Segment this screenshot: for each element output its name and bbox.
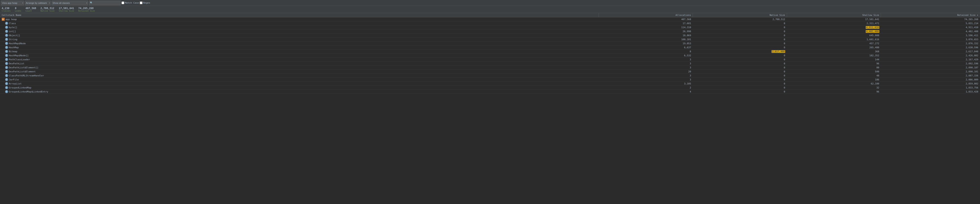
stat-shallow-size: 17,501,641 Shallow Size (59, 7, 74, 12)
table-row[interactable]: CHashMap$Node19,0530457,2722,876,152 (0, 41, 980, 46)
stat-count-label: Count (25, 10, 32, 12)
class-icon: C (5, 70, 8, 73)
col-header-native-size[interactable]: Native Size (693, 13, 787, 17)
row-name: DexPathList (9, 62, 24, 65)
row-allocations: 114,310 (599, 25, 693, 29)
row-native-size: 2,617,480 (693, 49, 787, 54)
class-icon: C (5, 66, 8, 69)
row-shallow-size: 96 (787, 62, 881, 66)
class-icon: C (5, 54, 8, 57)
row-native-size: 0 (693, 21, 787, 25)
table-row[interactable]: CClassPathURLStreamHandler30482,087,156 (0, 74, 980, 77)
stat-count-value: 407,568 (25, 7, 36, 10)
row-allocations: 4 (599, 90, 693, 94)
row-allocations: 19,053 (599, 41, 693, 46)
stat-classes-label: Classes (2, 10, 11, 12)
view-heap-select[interactable]: View app heapView zygote heapView image … (1, 1, 24, 5)
row-name: HashMap$Node[] (9, 54, 29, 57)
row-native-size: 0 (693, 33, 787, 38)
row-shallow-size: 62,100 (787, 82, 881, 86)
row-shallow-size: 4,482,408 (787, 29, 881, 33)
row-allocations: 3 (599, 74, 693, 77)
table-row[interactable]: CString100,10101,601,6163,076,653 (0, 38, 980, 41)
col-header-shallow-size[interactable]: Shallow Size (787, 13, 881, 17)
table-row[interactable]: CClass17,60102,311,4715,031,214 (0, 21, 980, 25)
table-row[interactable]: CHashMap6,6370265,4802,630,596 (0, 46, 980, 49)
table-row[interactable]: CJarFile301862,086,809 (0, 77, 980, 82)
stat-native-size: 2,708,512 Native Size (40, 7, 54, 12)
row-retained-size: 2,092,596 (881, 62, 980, 66)
row-allocations: 3 (599, 77, 693, 82)
row-retained-size: 2,087,156 (881, 74, 980, 77)
col-header-retained-size[interactable]: Retained Size ▾ (881, 13, 980, 17)
row-shallow-size: 32 (787, 86, 881, 90)
table-row[interactable]: Cint[]26,99804,482,4084,482,408 (0, 29, 980, 33)
table-row[interactable]: CDexPathList$Element[]30802,090,187 (0, 66, 980, 70)
stat-retained-size-value: 74,265,268 (78, 7, 94, 10)
row-allocations: 8 (599, 49, 693, 54)
table-row[interactable]: ▶app heap407,5682,708,51217,501,64174,26… (0, 17, 980, 21)
stats-bar: 4,230 Classes 0 Leaks 407,568 Count 2,70… (0, 6, 980, 13)
col-header-allocations[interactable]: Allocations (599, 13, 693, 17)
table-row[interactable]: CGroupedLinkedMap$LinkedEntry40961,833,4… (0, 90, 980, 94)
class-icon: C (5, 58, 8, 61)
table-row[interactable]: CDexPathList30962,092,596 (0, 62, 980, 66)
app-icon: ▶ (2, 18, 5, 21)
row-name: DexPathList$Element (9, 70, 36, 73)
table-row[interactable]: CArrayList3,105062,1002,059,802 (0, 82, 980, 86)
search-input[interactable] (89, 1, 121, 5)
table-row[interactable]: CHashMap$Node[]6,5320182,3522,426,802 (0, 54, 980, 58)
row-shallow-size: 96 (787, 90, 881, 94)
row-name: String (9, 38, 18, 41)
class-icon: C (5, 42, 8, 45)
table-body: ▶app heap407,5682,708,51217,501,64174,26… (0, 17, 980, 94)
row-native-size: 2,708,512 (693, 17, 787, 21)
table-row[interactable]: CGroupedLinkedMap20321,833,756 (0, 86, 980, 90)
stat-classes: 4,230 Classes (2, 7, 11, 12)
search-wrapper: 🔍 (89, 1, 121, 5)
heap-table: Callstack Name Allocations Native Size S… (0, 13, 980, 94)
class-icon: C (5, 30, 8, 33)
table-row[interactable]: CPathClassLoader301442,167,429 (0, 58, 980, 62)
row-native-size: 0 (693, 77, 787, 82)
row-retained-size: 2,090,187 (881, 66, 980, 70)
row-allocations: 3,105 (599, 82, 693, 86)
arrange-by-select[interactable]: Arrange by callstackArrange by classArra… (25, 1, 51, 5)
row-retained-size: 2,426,802 (881, 54, 980, 58)
table-row[interactable]: Cbyte[]114,31004,911,4104,911,410 (0, 25, 980, 29)
stat-count: 407,568 Count (25, 7, 36, 12)
filter-select-wrapper: Show all classesShow activity & fragment… (51, 1, 88, 5)
toolbar: View app heapView zygote heapView image … (0, 0, 980, 6)
row-shallow-size: 80 (787, 66, 881, 70)
row-retained-size: 2,086,809 (881, 77, 980, 82)
regex-label[interactable]: Regex (140, 2, 150, 4)
row-shallow-size: 144 (787, 58, 881, 62)
table-row[interactable]: CObject[]18,8690645,0083,596,411 (0, 33, 980, 38)
match-case-label[interactable]: Match Case (121, 2, 139, 4)
row-allocations: 3 (599, 62, 693, 66)
row-retained-size: 2,876,152 (881, 41, 980, 46)
row-retained-size: 1,833,756 (881, 86, 980, 90)
row-retained-size: 2,090,101 (881, 70, 980, 74)
row-shallow-size: 500 (787, 70, 881, 74)
row-native-size: 0 (693, 46, 787, 49)
row-shallow-size: 2,311,471 (787, 21, 881, 25)
row-native-size: 0 (693, 82, 787, 86)
class-icon: C (5, 62, 8, 65)
row-name: ArrayList (9, 82, 22, 85)
row-shallow-size: 186 (787, 77, 881, 82)
class-icon: C (5, 90, 8, 93)
stat-leaks-label: Leaks (15, 10, 21, 12)
class-icon: C (5, 82, 8, 85)
class-icon: C (5, 38, 8, 41)
match-case-checkbox[interactable] (121, 2, 124, 4)
filter-classes-select[interactable]: Show all classesShow activity & fragment… (51, 1, 88, 5)
row-allocations: 17,601 (599, 21, 693, 25)
table-row[interactable]: CBitmap82,617,4803682,617,848 (0, 49, 980, 54)
regex-checkbox[interactable] (140, 2, 143, 4)
row-native-size: 0 (693, 70, 787, 74)
col-header-name[interactable]: Callstack Name (0, 13, 599, 17)
table-row[interactable]: CDexPathList$Element2005002,090,101 (0, 70, 980, 74)
row-allocations: 26,998 (599, 29, 693, 33)
row-name: GroupedLinkedMap (9, 86, 31, 89)
